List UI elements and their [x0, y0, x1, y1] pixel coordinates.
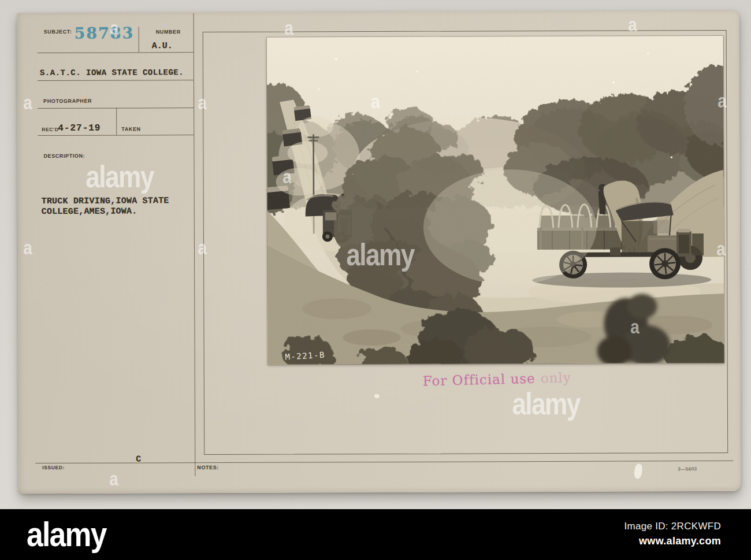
- issued-label: ISSUED:: [42, 465, 65, 470]
- organization-line: S.A.T.C. IOWA STATE COLLEGE.: [40, 68, 184, 77]
- card-print-code: 3—5603: [678, 466, 697, 472]
- image-id-value: 2RCKWFD: [671, 521, 721, 532]
- description-label: DESCRIPTION:: [43, 153, 85, 159]
- alamy-footer-bar: alamy Image ID: 2RCKWFD www.alamy.com: [0, 509, 751, 560]
- subject-number-divider: [139, 27, 139, 52]
- photographer-rule-line: [38, 107, 194, 109]
- description-line-1: TRUCK DRIVING,IOWA STATE: [42, 196, 169, 206]
- film-grain: [267, 36, 724, 365]
- image-id-label: Image ID:: [624, 521, 668, 532]
- photographer-label: PHOTOGRAPHER: [43, 98, 92, 104]
- received-label: REC'D: [42, 127, 58, 132]
- official-use-stamp-text-faint: only: [540, 370, 571, 385]
- subject-number-stamp: 58783: [75, 24, 135, 42]
- description-line-2: COLLEGE,AMES,IOWA.: [42, 206, 137, 217]
- number-value: A.U.: [152, 41, 173, 51]
- official-use-stamp-text: For Official use: [422, 371, 536, 389]
- image-id: Image ID: 2RCKWFD: [624, 521, 721, 532]
- subject-rule-line: [38, 52, 194, 53]
- archive-record-card: SUBJECT: 58783 NUMBER A.U. S.A.T.C. IOWA…: [17, 10, 741, 494]
- subject-label: SUBJECT:: [44, 29, 72, 35]
- alamy-url: www.alamy.com: [624, 535, 721, 547]
- received-taken-divider: [116, 108, 117, 135]
- image-id-block: Image ID: 2RCKWFD www.alamy.com: [624, 521, 721, 547]
- paper-speck: [374, 394, 380, 398]
- taken-label: TAKEN: [121, 126, 140, 132]
- notes-label: NOTES:: [197, 465, 219, 470]
- received-rule-line: [38, 135, 194, 136]
- issued-mark: C: [136, 454, 141, 464]
- number-label: NUMBER: [156, 29, 181, 35]
- paper-chip: [634, 463, 643, 480]
- received-date: 4-27-19: [58, 123, 101, 133]
- alamy-stock-photo-page: SUBJECT: 58783 NUMBER A.U. S.A.T.C. IOWA…: [0, 0, 751, 560]
- panel-divider-line: [194, 13, 196, 476]
- photograph: M-221-B: [267, 36, 724, 365]
- organization-rule-line: [38, 80, 194, 81]
- alamy-logo: alamy: [27, 509, 106, 560]
